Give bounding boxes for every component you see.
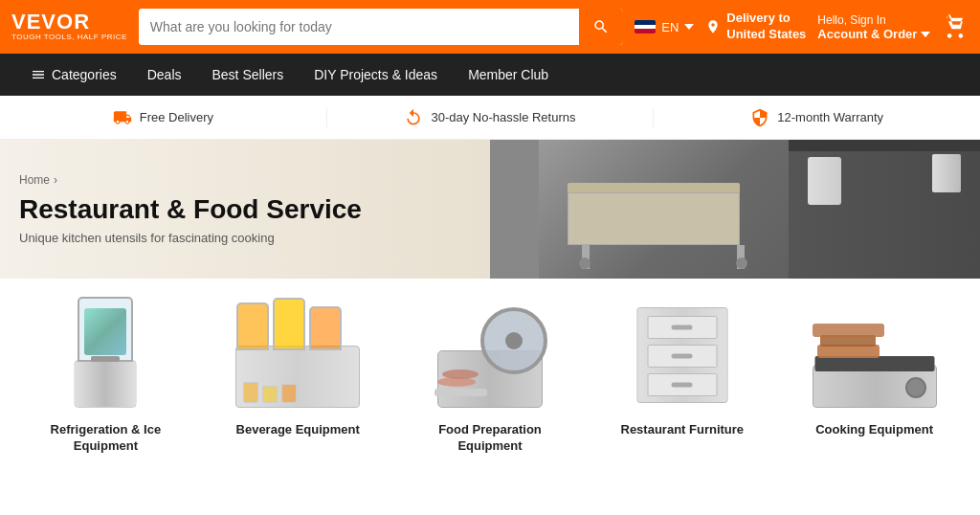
bev-cup3 xyxy=(281,384,297,403)
logo[interactable]: VEVOR TOUGH TOOLS, HALF PRICE xyxy=(11,11,127,42)
nav-categories[interactable]: Categories xyxy=(15,54,132,96)
blender-base xyxy=(75,360,137,408)
truck-icon xyxy=(113,108,132,127)
drawer-handle-3 xyxy=(672,383,693,388)
warranty-icon xyxy=(750,108,769,127)
blender-jar xyxy=(78,297,133,362)
hero-image xyxy=(539,140,980,279)
bev-cup2 xyxy=(262,386,278,403)
blender-content xyxy=(84,308,126,355)
cat-label-refrigeration: Refrigeration & IceEquipment xyxy=(51,422,162,455)
category-cooking[interactable]: Cooking Equipment xyxy=(778,298,970,455)
header: VEVOR TOUGH TOOLS, HALF PRICE EN Deliver… xyxy=(0,0,980,54)
cat-label-beverage: Beverage Equipment xyxy=(236,422,360,438)
breadcrumb-separator: › xyxy=(54,173,57,187)
bev-tank2 xyxy=(273,298,305,350)
table-top xyxy=(568,183,740,192)
nav-member-club[interactable]: Member Club xyxy=(453,54,564,96)
logo-subtitle: TOUGH TOOLS, HALF PRICE xyxy=(11,33,127,42)
cat-img-cooking xyxy=(798,298,951,413)
category-refrigeration[interactable]: Refrigeration & IceEquipment xyxy=(10,298,202,455)
cat-img-refrigeration xyxy=(29,298,182,413)
cat-label-furniture: Restaurant Furniture xyxy=(621,422,745,438)
nav-bestsellers-label: Best Sellers xyxy=(212,67,284,82)
slicer-blade xyxy=(480,307,547,374)
benefit-delivery: Free Delivery xyxy=(0,108,327,127)
nav-bestsellers[interactable]: Best Sellers xyxy=(197,54,300,96)
cat-img-furniture xyxy=(606,298,759,413)
category-food-prep[interactable]: Food PreparationEquipment xyxy=(394,298,587,455)
counter-appliance2 xyxy=(932,154,961,192)
bev-cup1 xyxy=(243,382,258,403)
nav-deals-label: Deals xyxy=(147,67,182,82)
counter-appliance xyxy=(808,157,841,205)
nav-diy[interactable]: DIY Projects & Ideas xyxy=(299,54,453,96)
table-wheel2 xyxy=(736,258,747,269)
slicer-tray xyxy=(434,389,487,396)
main-nav: Categories Deals Best Sellers DIY Projec… xyxy=(0,54,980,96)
search-button[interactable] xyxy=(579,9,623,45)
delivery-label: Delivery to xyxy=(726,11,806,27)
blender-lid xyxy=(91,356,120,362)
benefit-returns: 30-day No-hassle Returns xyxy=(327,108,655,127)
search-input[interactable] xyxy=(139,9,579,45)
account-order: Account & Order xyxy=(817,27,930,41)
slicer-hub xyxy=(505,332,523,349)
drawer-2 xyxy=(647,345,717,368)
nav-deals[interactable]: Deals xyxy=(132,54,197,96)
cat-img-food-prep xyxy=(413,298,567,413)
nav-member-label: Member Club xyxy=(468,67,548,82)
chevron-down-icon xyxy=(684,24,694,30)
location-icon xyxy=(705,19,721,34)
language-selector[interactable]: EN xyxy=(635,20,694,34)
cart-button[interactable] xyxy=(942,13,969,40)
cat-label-cooking: Cooking Equipment xyxy=(815,422,933,438)
breadcrumb-home[interactable]: Home xyxy=(19,173,50,187)
counter-top xyxy=(789,140,980,151)
griddle-surface xyxy=(814,356,934,371)
griddle-meat xyxy=(817,345,880,358)
search-icon xyxy=(592,18,610,35)
drawer-handle-2 xyxy=(672,354,693,359)
drawer-handle-1 xyxy=(672,325,693,330)
nav-categories-label: Categories xyxy=(52,67,117,82)
slicer-food2 xyxy=(442,369,479,379)
bev-tank1 xyxy=(236,302,269,350)
drawer-1 xyxy=(647,316,717,339)
category-beverage[interactable]: Beverage Equipment xyxy=(202,298,394,455)
benefits-bar: Free Delivery 30-day No-hassle Returns 1… xyxy=(0,96,980,140)
drawer-3 xyxy=(647,373,717,396)
cat-label-food-prep: Food PreparationEquipment xyxy=(438,422,542,455)
lang-code: EN xyxy=(661,20,679,34)
drawer-unit xyxy=(636,307,727,403)
cat-img-beverage xyxy=(221,298,374,413)
hero-content: Home › Restaurant & Food Service Unique … xyxy=(0,140,539,279)
category-furniture[interactable]: Restaurant Furniture xyxy=(586,298,778,455)
return-icon xyxy=(404,108,423,127)
breadcrumb: Home › xyxy=(19,173,520,187)
delivery-info[interactable]: Delivery to United States xyxy=(705,11,806,43)
menu-icon xyxy=(31,67,46,82)
kitchen-counter-bg xyxy=(789,140,980,279)
hello-text: Hello, Sign In xyxy=(817,13,930,27)
account-label: Account & Order xyxy=(817,27,917,41)
delivery-text: Delivery to United States xyxy=(726,11,806,43)
warranty-text: 12-month Warranty xyxy=(777,110,883,124)
search-bar xyxy=(139,9,623,45)
griddle-knob xyxy=(905,377,926,398)
returns-text: 30-day No-hassle Returns xyxy=(431,110,575,124)
table-shelf xyxy=(568,192,740,245)
griddle-meat3 xyxy=(813,324,884,337)
account-area[interactable]: Hello, Sign In Account & Order xyxy=(817,13,930,41)
cart-icon xyxy=(942,13,969,40)
chevron-down-icon xyxy=(921,32,930,37)
hero-subtitle: Unique kitchen utensils for fascinating … xyxy=(19,231,520,245)
hero-banner: Home › Restaurant & Food Service Unique … xyxy=(0,140,980,279)
category-grid: Refrigeration & IceEquipment Beverage Eq… xyxy=(0,279,980,464)
rolling-table xyxy=(568,183,759,269)
logo-text: VEVOR xyxy=(11,11,127,33)
nav-diy-label: DIY Projects & Ideas xyxy=(314,67,437,82)
kitchen-scene xyxy=(539,140,980,279)
flag-icon xyxy=(635,20,656,34)
hero-title: Restaurant & Food Service xyxy=(19,194,520,225)
